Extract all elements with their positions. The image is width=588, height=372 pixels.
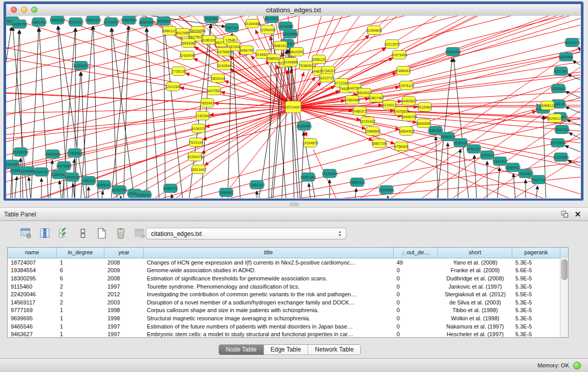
graph-node[interactable]: 9756928 — [394, 142, 408, 151]
graph-node[interactable]: 13461022 — [249, 181, 265, 189]
citation-network-graph[interactable]: 2069141014055751208914061065328715276027… — [6, 16, 580, 198]
graph-node[interactable]: 9227343 — [554, 67, 568, 76]
close-window-icon[interactable] — [11, 7, 17, 13]
graph-node[interactable]: 16654923 — [398, 127, 414, 136]
graph-node[interactable]: 9465546 — [157, 17, 170, 26]
graph-node[interactable]: 6791912 — [467, 145, 481, 154]
table-row[interactable]: 911546021997Tourette syndrome. Phenomeno… — [8, 282, 568, 291]
graph-node[interactable]: 9558120 — [312, 55, 325, 64]
graph-node[interactable]: 9356981 — [219, 188, 233, 197]
graph-node[interactable]: 9341212 — [493, 157, 507, 166]
graph-node[interactable]: 18807249 — [371, 139, 387, 148]
graph-node[interactable]: 14569118 — [350, 178, 365, 187]
graph-node[interactable]: 12103654 — [553, 153, 569, 162]
graph-node[interactable]: 2718126 — [171, 67, 185, 76]
window-titlebar[interactable]: citations_edges.txt — [6, 4, 581, 16]
graph-node[interactable]: 8186328 — [202, 36, 215, 45]
graph-node[interactable]: 16782759 — [111, 186, 127, 194]
graph-node[interactable]: 8960123 — [162, 27, 176, 35]
zoom-window-icon[interactable] — [31, 7, 37, 13]
minimize-window-icon[interactable] — [21, 7, 27, 13]
graph-node[interactable]: 15692931 — [554, 125, 570, 134]
graph-node[interactable]: 10710554 — [550, 139, 565, 147]
graph-node[interactable]: 14055751 — [11, 20, 27, 29]
graph-node[interactable]: 7485063 — [396, 67, 410, 75]
graph-node[interactable]: 20153346 — [73, 61, 89, 70]
table-row[interactable]: 946362711997Embryonic stem cells: a mode… — [8, 330, 568, 338]
graph-node[interactable]: 9242844 — [217, 61, 231, 70]
graph-node[interactable]: 9154376 — [191, 124, 205, 133]
tab-network-table[interactable]: Network Table — [308, 345, 360, 355]
graph-node[interactable]: 16981612 — [272, 41, 288, 50]
table-row[interactable]: 1938455462009Genome-wide association stu… — [8, 267, 568, 275]
graph-node[interactable]: 18325986 — [282, 30, 298, 38]
graph-node[interactable]: 14569117 — [137, 191, 153, 199]
select-rows-icon[interactable] — [57, 227, 71, 240]
delete-rows-trash-icon[interactable] — [114, 227, 127, 240]
graph-node[interactable]: 5938923 — [441, 133, 454, 141]
graph-node[interactable]: 15276027 — [68, 18, 83, 27]
graph-node[interactable]: 10688609 — [364, 127, 380, 136]
graph-node[interactable]: 12213349 — [165, 82, 181, 91]
graph-node[interactable]: 12254438 — [259, 26, 275, 34]
graph-node[interactable]: 9699695 — [417, 119, 430, 128]
column-header-in_degree[interactable]: in_degree — [57, 248, 104, 258]
float-panel-icon[interactable] — [559, 210, 570, 219]
graph-node[interactable]: 9194856 — [284, 58, 297, 67]
graph-node[interactable]: 19975887 — [56, 162, 72, 170]
delete-table-disabled-icon[interactable] — [133, 227, 146, 240]
graph-node[interactable]: 25266150 — [12, 148, 28, 157]
graph-node[interactable]: 21154088 — [245, 19, 260, 28]
graph-node[interactable]: 16543382 — [180, 39, 196, 48]
graph-node[interactable]: 8912955 — [176, 29, 189, 37]
stacked-squares-icon[interactable] — [76, 227, 90, 240]
graph-node[interactable]: 16951283 — [300, 173, 316, 182]
graph-node[interactable]: 16495798 — [401, 113, 417, 121]
graph-node[interactable]: 9115460 — [418, 103, 432, 112]
graph-node[interactable]: 8454749 — [239, 46, 253, 55]
table-row[interactable]: 977716911998Corpus callosum shape and si… — [8, 307, 568, 315]
graph-node[interactable]: 16954432 — [505, 163, 520, 172]
table-settings-icon[interactable] — [19, 227, 33, 240]
graph-node[interactable]: 12125443 — [321, 169, 337, 178]
graph-node[interactable]: 7522712 — [531, 176, 545, 184]
table-selector-combobox[interactable]: citations_edges.txt ▲▼ — [146, 228, 346, 239]
graph-node[interactable]: 7357224 — [225, 24, 238, 32]
split-pane-divider[interactable] — [0, 201, 588, 207]
graph-node[interactable]: 7152346 — [195, 112, 209, 120]
table-row[interactable]: 2242004622012Investigating the contribut… — [8, 290, 568, 298]
graph-node[interactable]: 20364486 — [344, 96, 360, 104]
graph-node[interactable]: 22420046 — [179, 51, 195, 60]
graph-node[interactable]: 9375685 — [217, 48, 231, 56]
graph-node[interactable]: 9810251 — [290, 48, 303, 56]
graph-node[interactable]: 64661610 — [85, 16, 101, 25]
graph-node[interactable]: 9245012 — [453, 139, 467, 147]
graph-node[interactable]: 16958167 — [96, 181, 112, 189]
graph-node[interactable]: 8813054 — [265, 16, 278, 23]
graph-node[interactable]: 10973493 — [391, 51, 407, 59]
table-row[interactable]: 969969511998Structural magnetic resonanc… — [8, 314, 568, 322]
graph-node[interactable]: 14463627 — [401, 97, 417, 105]
graph-node[interactable]: 13505135 — [64, 173, 80, 182]
table-row[interactable]: 1872400712008Changes of HCN gene express… — [8, 258, 568, 267]
graph-node[interactable]: 9329966 — [559, 53, 573, 61]
graph-node[interactable]: 13154451 — [296, 122, 312, 130]
tab-edge-table[interactable]: Edge Table — [264, 345, 308, 355]
column-header-out_degree[interactable]: △out_de… — [394, 248, 438, 258]
graph-node[interactable]: 12924501 — [378, 186, 394, 194]
graph-node[interactable]: 16210723 — [318, 74, 334, 82]
graph-node[interactable]: 10807487 — [368, 94, 384, 102]
graph-node[interactable]: 9291914 — [480, 151, 494, 160]
graph-node[interactable]: 20206506 — [45, 150, 60, 159]
graph-node[interactable]: 16246123 — [547, 114, 562, 123]
graph-node[interactable]: 12924502 — [517, 169, 533, 178]
column-header-name[interactable]: name — [8, 248, 57, 258]
graph-node[interactable]: 20891406 — [31, 18, 47, 27]
graph-node[interactable]: 6216012 — [382, 101, 396, 110]
network-graph-canvas[interactable]: 2069141014055751208914061065328715276027… — [6, 16, 581, 199]
graph-node[interactable]: 7623144 — [189, 138, 203, 147]
new-table-icon[interactable] — [95, 227, 108, 240]
graph-node[interactable]: 10653287 — [49, 16, 65, 25]
graph-node[interactable]: 8427552 — [207, 86, 221, 95]
graph-node[interactable]: 9455779 — [163, 184, 177, 193]
